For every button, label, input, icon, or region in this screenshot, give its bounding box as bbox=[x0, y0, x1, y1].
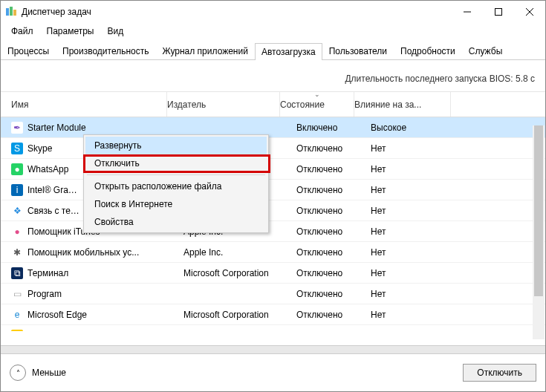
table-row[interactable]: ▦YandexDisk2ОтключеноНет bbox=[1, 325, 545, 331]
col-publisher[interactable]: Издатель bbox=[167, 92, 280, 117]
app-row-icon: ⧉ bbox=[11, 267, 23, 279]
cell-state: Отключено bbox=[296, 185, 371, 195]
context-properties[interactable]: Свойства bbox=[85, 213, 267, 231]
app-row-icon: ✒ bbox=[11, 122, 23, 134]
scrollbar-thumb[interactable] bbox=[534, 125, 543, 296]
minimize-button[interactable] bbox=[452, 1, 483, 23]
svg-rect-4 bbox=[495, 9, 502, 16]
app-row-icon: ● bbox=[11, 163, 23, 175]
col-impact[interactable]: Влияние на за... bbox=[354, 92, 451, 117]
cell-name: Program bbox=[27, 289, 183, 299]
table-row[interactable]: ✒Starter ModuleВключеноВысокое bbox=[1, 117, 545, 138]
startup-table: Имя Издатель ⌄ Состояние Влияние на за..… bbox=[1, 91, 545, 331]
bios-boot-time-label: Длительность последнего запуска BIOS: 5.… bbox=[1, 60, 545, 91]
table-row[interactable]: ✱Помощник мобильных ус...Apple Inc.Отклю… bbox=[1, 242, 545, 263]
col-name[interactable]: Имя bbox=[11, 92, 167, 117]
app-row-icon: i bbox=[11, 184, 23, 196]
cell-impact: Нет bbox=[371, 289, 467, 299]
tab-services[interactable]: Службы bbox=[462, 42, 509, 59]
cell-name: YandexDisk2 bbox=[27, 330, 183, 332]
cell-impact: Нет bbox=[371, 310, 467, 320]
svg-rect-0 bbox=[6, 8, 9, 16]
menu-view[interactable]: Вид bbox=[101, 24, 129, 38]
cell-state: Отключено bbox=[296, 330, 371, 332]
table-row[interactable]: ●WhatsAppОтключеноНет bbox=[1, 159, 545, 180]
table-row[interactable]: ❖Связь с те…ОтключеноНет bbox=[1, 200, 545, 221]
cell-impact: Нет bbox=[371, 247, 467, 258]
cell-state: Отключено bbox=[296, 226, 371, 237]
cell-state: Отключено bbox=[296, 310, 371, 320]
app-row-icon: ▦ bbox=[11, 330, 23, 332]
cell-publisher: Microsoft Corporation bbox=[183, 268, 296, 278]
menubar: Файл Параметры Вид bbox=[1, 23, 545, 39]
cell-state: Отключено bbox=[296, 247, 371, 258]
tab-users[interactable]: Пользователи bbox=[322, 42, 394, 59]
app-row-icon: ❖ bbox=[11, 205, 23, 217]
table-header: Имя Издатель ⌄ Состояние Влияние на за..… bbox=[1, 92, 545, 117]
tab-startup[interactable]: Автозагрузка bbox=[255, 43, 322, 60]
cell-impact: Нет bbox=[371, 206, 467, 216]
fewer-details-label: Меньше bbox=[32, 368, 66, 378]
app-row-icon: ✱ bbox=[11, 246, 23, 258]
cell-impact: Нет bbox=[371, 226, 467, 237]
sort-indicator-icon: ⌄ bbox=[314, 91, 320, 98]
cell-publisher: Apple Inc. bbox=[183, 247, 296, 258]
table-row[interactable]: ▭ProgramОтключеноНет bbox=[1, 284, 545, 304]
fewer-details-toggle[interactable]: ˄ Меньше bbox=[10, 365, 66, 381]
context-expand[interactable]: Развернуть bbox=[85, 137, 267, 154]
context-search-online[interactable]: Поиск в Интернете bbox=[85, 195, 267, 213]
app-row-icon: ● bbox=[11, 226, 23, 238]
cell-name: Microsoft Edge bbox=[27, 310, 183, 320]
col-state[interactable]: ⌄ Состояние bbox=[280, 92, 354, 117]
maximize-button[interactable] bbox=[483, 1, 514, 23]
app-row-icon: ▭ bbox=[11, 288, 23, 300]
menu-options[interactable]: Параметры bbox=[41, 24, 100, 38]
cell-state: Отключено bbox=[296, 268, 371, 278]
close-button[interactable] bbox=[514, 1, 545, 23]
table-row[interactable]: iIntel® Gra…ОтключеноНет bbox=[1, 180, 545, 200]
cell-impact: Нет bbox=[371, 164, 467, 174]
app-icon bbox=[5, 6, 17, 18]
app-row-icon: S bbox=[11, 143, 23, 154]
svg-rect-2 bbox=[13, 10, 16, 16]
context-disable[interactable]: Отключить bbox=[85, 154, 267, 172]
cell-impact: Нет bbox=[371, 143, 467, 154]
cell-name: Терминал bbox=[27, 268, 183, 278]
titlebar: Диспетчер задач bbox=[1, 1, 545, 23]
cell-state: Отключено bbox=[296, 206, 371, 216]
disable-button[interactable]: Отключить bbox=[463, 364, 536, 382]
footer-divider bbox=[1, 345, 545, 354]
table-row[interactable]: ●Помощник iTunesApple Inc.ОтключеноНет bbox=[1, 221, 545, 242]
cell-impact: Нет bbox=[371, 330, 467, 332]
cell-impact: Нет bbox=[371, 185, 467, 195]
cell-state: Включено bbox=[296, 122, 371, 133]
table-row[interactable]: ⧉ТерминалMicrosoft CorporationОтключеноН… bbox=[1, 263, 545, 284]
cell-state: Отключено bbox=[296, 289, 371, 299]
cell-publisher: Microsoft Corporation bbox=[183, 310, 296, 320]
svg-rect-1 bbox=[10, 7, 13, 16]
window-title: Диспетчер задач bbox=[22, 7, 452, 17]
menu-file[interactable]: Файл bbox=[5, 24, 39, 38]
tabbar: Процессы Производительность Журнал прило… bbox=[1, 42, 545, 60]
tab-details[interactable]: Подробности bbox=[394, 42, 462, 59]
tab-processes[interactable]: Процессы bbox=[1, 42, 56, 59]
cell-impact: Нет bbox=[371, 268, 467, 278]
tab-apphistory[interactable]: Журнал приложений bbox=[156, 42, 255, 59]
vertical-scrollbar[interactable] bbox=[533, 125, 545, 339]
tab-performance[interactable]: Производительность bbox=[56, 42, 155, 59]
cell-state: Отключено bbox=[296, 164, 371, 174]
cell-impact: Высокое bbox=[371, 122, 467, 133]
cell-name: Starter Module bbox=[27, 122, 183, 133]
footer: ˄ Меньше Отключить bbox=[1, 345, 545, 391]
context-menu: Развернуть Отключить Открыть расположени… bbox=[83, 134, 269, 233]
context-separator bbox=[87, 174, 265, 175]
cell-name: Помощник мобильных ус... bbox=[27, 247, 183, 258]
app-row-icon: e bbox=[11, 309, 23, 321]
chevron-up-icon: ˄ bbox=[10, 365, 26, 381]
context-open-location[interactable]: Открыть расположение файла bbox=[85, 177, 267, 195]
table-row[interactable]: eMicrosoft EdgeMicrosoft CorporationОткл… bbox=[1, 304, 545, 325]
cell-state: Отключено bbox=[296, 143, 371, 154]
table-row[interactable]: SSkypeОтключеноНет bbox=[1, 138, 545, 159]
